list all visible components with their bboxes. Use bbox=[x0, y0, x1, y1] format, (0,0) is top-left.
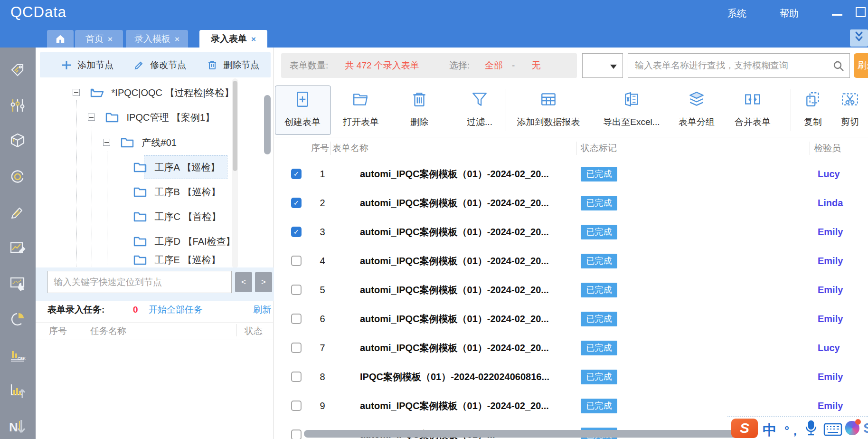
select-none-link[interactable]: 无 bbox=[532, 60, 541, 70]
row-checkbox[interactable] bbox=[291, 401, 302, 411]
row-checkbox[interactable] bbox=[291, 343, 302, 353]
target-circle-icon[interactable] bbox=[8, 167, 27, 186]
table-row[interactable]: 4 automi_IPQC案例模板（01）-2024-02_20... 已完成 … bbox=[274, 247, 868, 276]
row-checkbox[interactable] bbox=[291, 372, 302, 382]
tab-entry-template[interactable]: 录入模板× bbox=[126, 30, 188, 48]
task-refresh-link[interactable]: 刷新 bbox=[253, 301, 271, 319]
microphone-icon[interactable] bbox=[804, 420, 818, 439]
table-row[interactable]: ✓ 2 automi_IPQC案例模板（01）-2024-02_20... 已完… bbox=[274, 189, 868, 218]
tree-node-root[interactable]: *IPQC|OQC 【过程检|终检】 bbox=[73, 81, 234, 105]
start-all-tasks-link[interactable]: 开始全部任务 bbox=[149, 301, 203, 319]
cube-icon[interactable] bbox=[8, 131, 27, 150]
row-form-name[interactable]: automi_IPQC案例模板（01）-2024-02_20... bbox=[360, 189, 549, 218]
maximize-icon[interactable] bbox=[856, 7, 866, 17]
export-excel-button[interactable]: 导出至Excel... bbox=[598, 88, 665, 134]
tree-node-step-a[interactable]: 工序A 【巡检】 bbox=[133, 155, 220, 179]
row-no: 7 bbox=[314, 334, 331, 363]
tag-icon[interactable] bbox=[8, 61, 27, 80]
cut-button[interactable]: 剪切 bbox=[831, 88, 868, 134]
collapse-expander-icon[interactable] bbox=[88, 114, 95, 121]
row-checkbox-checked[interactable]: ✓ bbox=[291, 198, 302, 208]
chart-edit-icon[interactable] bbox=[8, 239, 27, 258]
bar-chart-up-icon[interactable] bbox=[8, 381, 27, 400]
form-search-input[interactable] bbox=[628, 53, 850, 78]
trash-icon bbox=[393, 88, 445, 111]
filter-button[interactable]: 过滤... bbox=[453, 88, 506, 134]
row-form-name[interactable]: automi_IPQC案例模板（01）-2024-02_20... bbox=[360, 305, 549, 334]
row-form-name[interactable]: IPQC案例模板（01）-2024-022024060816... bbox=[360, 363, 549, 391]
partial-tray-icon[interactable]: S bbox=[863, 420, 868, 437]
table-row[interactable]: 8 IPQC案例模板（01）-2024-022024060816... 已完成 … bbox=[274, 363, 868, 391]
tab-overflow-button[interactable] bbox=[850, 29, 868, 47]
delete-node-button[interactable]: 删除节点 bbox=[207, 52, 259, 77]
vertical-scrollbar-thumb[interactable] bbox=[264, 95, 271, 154]
collapse-expander-icon[interactable] bbox=[103, 139, 110, 146]
tree-node-label: 工序D 【FAI检查】 bbox=[155, 236, 236, 247]
modify-node-button[interactable]: 修改节点 bbox=[134, 52, 186, 77]
cpk-chart-icon[interactable]: CPK bbox=[8, 345, 27, 364]
select-all-link[interactable]: 全部 bbox=[485, 60, 503, 70]
table-row[interactable]: 6 automi_IPQC案例模板（01）-2024-02_20... 已完成 … bbox=[274, 305, 868, 334]
tab-entry-form[interactable]: 录入表单× bbox=[199, 30, 267, 48]
pencil-icon[interactable] bbox=[8, 203, 27, 222]
row-checkbox-checked[interactable]: ✓ bbox=[291, 227, 302, 237]
tree-node-step-e[interactable]: 工序E 【巡检】 bbox=[133, 253, 220, 267]
sogou-input-icon[interactable]: S bbox=[731, 419, 758, 438]
table-row[interactable]: ✓ 1 automi_IPQC案例模板（01）-2024-02_20... 已完… bbox=[274, 160, 868, 189]
keyboard-icon[interactable] bbox=[823, 423, 842, 438]
pie-chart-icon[interactable] bbox=[8, 310, 27, 329]
locate-prev-button[interactable]: < bbox=[235, 272, 252, 292]
locate-next-button[interactable]: > bbox=[255, 272, 272, 292]
skin-palette-icon[interactable] bbox=[845, 421, 859, 435]
merge-forms-button[interactable]: 合并表单 bbox=[726, 88, 779, 134]
sliders-icon[interactable] bbox=[8, 96, 27, 115]
row-checkbox[interactable] bbox=[291, 285, 302, 295]
col-inspector: 检验员 bbox=[814, 139, 841, 158]
chinese-mode-icon[interactable]: 中 bbox=[763, 421, 776, 439]
row-form-name[interactable]: automi_IPQC案例模板（01）-2024-02_20... bbox=[360, 160, 549, 189]
punctuation-icon[interactable]: °， bbox=[784, 423, 801, 439]
menu-help[interactable]: 帮助 bbox=[780, 7, 799, 20]
tree-node-step-d[interactable]: 工序D 【FAI检查】 bbox=[133, 229, 236, 253]
row-checkbox-checked[interactable]: ✓ bbox=[291, 169, 302, 179]
open-form-button[interactable]: 打开表单 bbox=[335, 88, 387, 134]
add-node-button[interactable]: 添加节点 bbox=[61, 52, 113, 77]
tree-node-ipqc-manage[interactable]: IPQC管理 【案例1】 bbox=[88, 105, 215, 129]
n-down-icon[interactable]: N bbox=[8, 418, 27, 437]
row-inspector: Lucy bbox=[818, 160, 840, 189]
close-icon[interactable]: × bbox=[175, 35, 179, 44]
row-checkbox[interactable] bbox=[291, 256, 302, 266]
horizontal-scrollbar-thumb[interactable] bbox=[304, 430, 739, 438]
create-form-button[interactable]: 创建表单 bbox=[276, 88, 329, 134]
row-form-name[interactable]: automi_IPQC案例模板（01）-2024-02_20... bbox=[360, 334, 549, 363]
add-to-report-button[interactable]: 添加到数据报表 bbox=[513, 88, 584, 134]
row-form-name[interactable]: automi_IPQC案例模板（01）-2024-02_20... bbox=[360, 391, 549, 420]
tree-scrollbar-thumb[interactable] bbox=[233, 81, 237, 171]
table-row[interactable]: 7 automi_IPQC案例模板（01）-2024-02_20... 已完成 … bbox=[274, 334, 868, 363]
row-form-name[interactable]: automi_IPQC案例模板（01）-2024-02_20... bbox=[360, 218, 549, 247]
delete-form-button[interactable]: 删除 bbox=[393, 88, 445, 134]
tree-search-input[interactable] bbox=[47, 271, 232, 293]
table-row[interactable]: ✓ 3 automi_IPQC案例模板（01）-2024-02_20... 已完… bbox=[274, 218, 868, 247]
close-icon[interactable]: × bbox=[251, 35, 256, 44]
row-checkbox[interactable] bbox=[291, 429, 302, 439]
table-row[interactable]: 5 automi_IPQC案例模板（01）-2024-02_20... 已完成 … bbox=[274, 276, 868, 305]
menu-system[interactable]: 系统 bbox=[727, 7, 746, 20]
row-form-name[interactable]: automi_IPQC案例模板（01）-2024-02_20... bbox=[360, 276, 549, 305]
refresh-forms-button[interactable]: 刷新 bbox=[854, 53, 868, 78]
row-form-name[interactable]: automi_IPQC案例模板（01）-2024-02_20... bbox=[360, 247, 549, 276]
tree-node-step-b[interactable]: 工序B 【巡检】 bbox=[133, 180, 220, 204]
filter-dropdown[interactable] bbox=[582, 53, 623, 78]
tab-home[interactable] bbox=[47, 30, 74, 48]
search-icon[interactable] bbox=[832, 60, 845, 74]
tree-node-step-c[interactable]: 工序C 【首检】 bbox=[133, 205, 221, 229]
group-forms-button[interactable]: 表单分组 bbox=[670, 88, 723, 134]
close-icon[interactable]: × bbox=[108, 35, 113, 44]
row-checkbox[interactable] bbox=[291, 314, 302, 324]
tree-node-line01[interactable]: 产线#01 bbox=[103, 131, 177, 154]
board-hand-icon[interactable] bbox=[8, 274, 27, 293]
folder-icon bbox=[133, 187, 152, 197]
minimize-icon[interactable] bbox=[832, 14, 842, 16]
tab-first-page[interactable]: 首页× bbox=[75, 30, 123, 48]
collapse-expander-icon[interactable] bbox=[73, 89, 80, 96]
